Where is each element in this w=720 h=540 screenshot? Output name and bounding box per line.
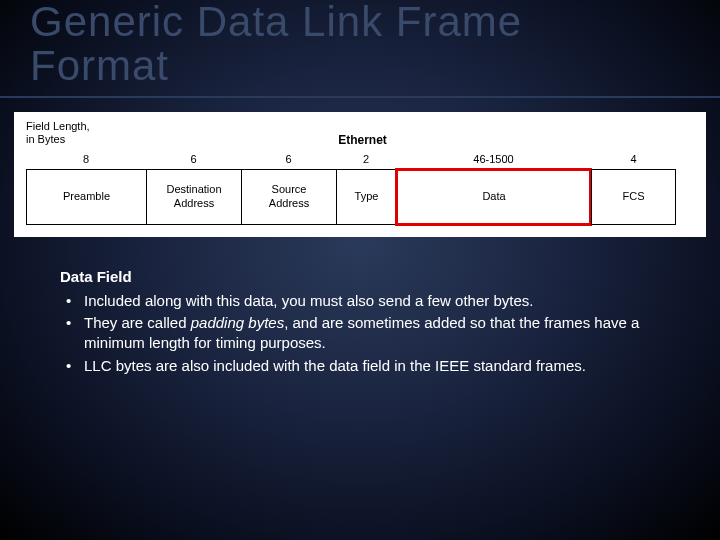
section-heading: Data Field	[60, 267, 660, 287]
length-cell: 6	[241, 153, 336, 165]
body-text: Data Field Included along with this data…	[60, 267, 660, 376]
slide-title: Generic Data Link Frame Format	[0, 0, 720, 98]
list-item: Included along with this data, you must …	[60, 291, 660, 311]
field-cell-type: Type	[336, 169, 396, 225]
protocol-label: Ethernet	[111, 133, 694, 147]
length-cell: 4	[591, 153, 676, 165]
title-line-1: Generic Data Link Frame	[30, 0, 522, 45]
field-cell-dest: DestinationAddress	[146, 169, 241, 225]
bullet-list: Included along with this data, you must …	[60, 291, 660, 376]
length-cell: 2	[336, 153, 396, 165]
length-row: 8 6 6 2 46-1500 4	[26, 153, 694, 165]
length-cell: 6	[146, 153, 241, 165]
frame-diagram: Field Length,in Bytes Ethernet 8 6 6 2 4…	[14, 112, 706, 236]
length-cell: 46-1500	[396, 153, 591, 165]
field-row: Preamble DestinationAddress SourceAddres…	[26, 169, 694, 225]
field-cell-preamble: Preamble	[26, 169, 146, 225]
italic-phrase: padding bytes	[191, 314, 284, 331]
list-item: They are called padding bytes, and are s…	[60, 313, 660, 354]
field-cell-fcs: FCS	[591, 169, 676, 225]
length-cell: 8	[26, 153, 146, 165]
title-line-2: Format	[30, 42, 169, 89]
field-cell-data: Data	[396, 169, 591, 225]
list-item: LLC bytes are also included with the dat…	[60, 356, 660, 376]
field-cell-src: SourceAddress	[241, 169, 336, 225]
field-length-label: Field Length,in Bytes	[26, 120, 111, 146]
